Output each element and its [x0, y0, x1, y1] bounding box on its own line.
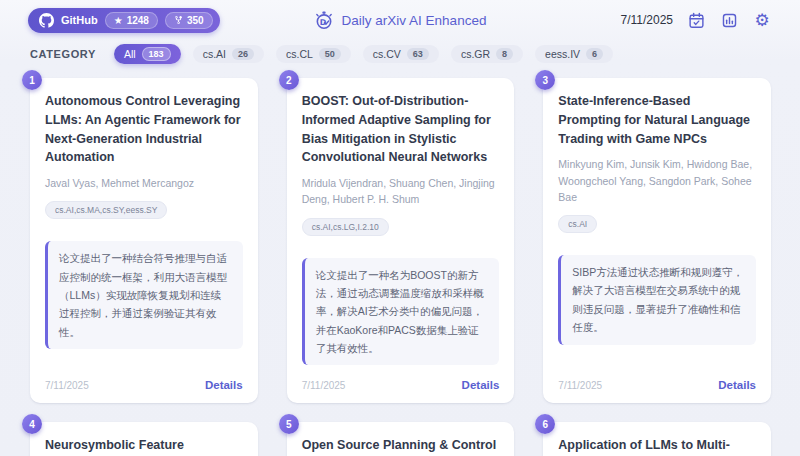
category-pill-cs-gr[interactable]: cs.GR 8	[451, 45, 523, 63]
category-label: CATEGORY	[30, 48, 96, 60]
category-pill-eess-iv[interactable]: eess.IV 6	[535, 45, 613, 63]
calendar-icon[interactable]	[686, 10, 706, 30]
app-brand: D Daily arXiv AI Enhanced	[314, 10, 487, 30]
category-count: 50	[319, 48, 341, 60]
github-badge[interactable]: GitHub ★ 1248 350	[28, 8, 220, 33]
date-display: 7/11/2025	[621, 13, 674, 27]
gear-icon[interactable]: ⚙	[752, 10, 772, 30]
star-icon: ★	[114, 15, 123, 26]
papers-grid: 1 Autonomous Control Leveraging LLMs: An…	[0, 64, 800, 456]
paper-tags: cs.AI,cs.MA,cs.SY,eess.SY	[45, 201, 167, 219]
paper-title: Neurosymbolic Feature Extraction for Ide…	[45, 436, 243, 456]
paper-authors: Javal Vyas, Mehmet Mercangoz	[45, 175, 243, 191]
category-pill-cs-cl[interactable]: cs.CL 50	[276, 45, 351, 63]
fork-count: 350	[187, 15, 204, 26]
paper-title: Open Source Planning & Control System wi…	[302, 436, 500, 456]
paper-authors: Mridula Vijendran, Shuang Chen, Jingjing…	[302, 175, 500, 208]
category-count: 183	[142, 47, 171, 61]
category-bar: CATEGORY All 183 cs.AI 26 cs.CL 50 cs.CV…	[0, 34, 800, 64]
svg-text:D: D	[319, 17, 326, 26]
bar-chart-icon[interactable]	[719, 10, 739, 30]
category-count: 6	[586, 48, 603, 60]
paper-card: 2 BOOST: Out-of-Distribution-Informed Ad…	[287, 78, 515, 403]
paper-card: 4 Neurosymbolic Feature Extraction for I…	[30, 422, 258, 456]
category-pill-all[interactable]: All 183	[114, 44, 181, 64]
github-label: GitHub	[61, 14, 98, 26]
card-number-badge: 5	[279, 414, 299, 434]
paper-title: State-Inference-Based Prompting for Natu…	[558, 92, 756, 148]
paper-card: 1 Autonomous Control Leveraging LLMs: An…	[30, 78, 258, 403]
paper-card: 3 State-Inference-Based Prompting for Na…	[543, 78, 771, 403]
category-count: 26	[232, 48, 254, 60]
card-footer: 7/11/2025 Details	[558, 365, 756, 391]
category-pill-cs-cv[interactable]: cs.CV 63	[363, 45, 439, 63]
github-icon	[39, 13, 54, 28]
category-count: 63	[407, 48, 429, 60]
paper-date: 7/11/2025	[302, 380, 346, 391]
details-link[interactable]: Details	[718, 379, 756, 391]
paper-tags: cs.AI	[558, 215, 597, 233]
fork-icon	[174, 15, 183, 25]
paper-title: Autonomous Control Leveraging LLMs: An A…	[45, 92, 243, 167]
card-number-badge: 1	[22, 70, 42, 90]
category-count: 8	[496, 48, 513, 60]
star-count: 1248	[127, 15, 149, 26]
app-logo-icon: D	[314, 10, 334, 30]
category-pill-cs-ai[interactable]: cs.AI 26	[193, 45, 264, 63]
card-number-badge: 6	[535, 414, 555, 434]
paper-title: Application of LLMs to Multi-Robot Path …	[558, 436, 756, 456]
paper-authors: Minkyung Kim, Junsik Kim, Hwidong Bae, W…	[558, 156, 756, 205]
card-number-badge: 2	[279, 70, 299, 90]
paper-title: BOOST: Out-of-Distribution-Informed Adap…	[302, 92, 500, 167]
header-actions: 7/11/2025 ⚙	[621, 10, 773, 30]
paper-date: 7/11/2025	[558, 380, 602, 391]
paper-summary: 论文提出了一种名为BOOST的新方法，通过动态调整温度缩放和采样概率，解决AI艺…	[302, 258, 500, 366]
github-stars-badge: ★ 1248	[105, 12, 158, 29]
paper-summary: SIBP方法通过状态推断和规则遵守，解决了大语言模型在交易系统中的规则违反问题，…	[558, 255, 756, 345]
app-title: Daily arXiv AI Enhanced	[342, 13, 487, 28]
paper-card: 5 Open Source Planning & Control System …	[287, 422, 515, 456]
card-number-badge: 3	[535, 70, 555, 90]
details-link[interactable]: Details	[462, 379, 500, 391]
card-footer: 7/11/2025 Details	[302, 365, 500, 391]
github-forks-badge: 350	[165, 12, 213, 29]
paper-date: 7/11/2025	[45, 380, 89, 391]
card-number-badge: 4	[22, 414, 42, 434]
paper-card: 6 Application of LLMs to Multi-Robot Pat…	[543, 422, 771, 456]
details-link[interactable]: Details	[205, 379, 243, 391]
paper-tags: cs.AI,cs.LG,I.2.10	[302, 218, 389, 236]
header: GitHub ★ 1248 350 D Daily arXiv AI Enhan…	[0, 0, 800, 34]
card-footer: 7/11/2025 Details	[45, 365, 243, 391]
paper-summary: 论文提出了一种结合符号推理与自适应控制的统一框架，利用大语言模型（LLMs）实现…	[45, 241, 243, 349]
